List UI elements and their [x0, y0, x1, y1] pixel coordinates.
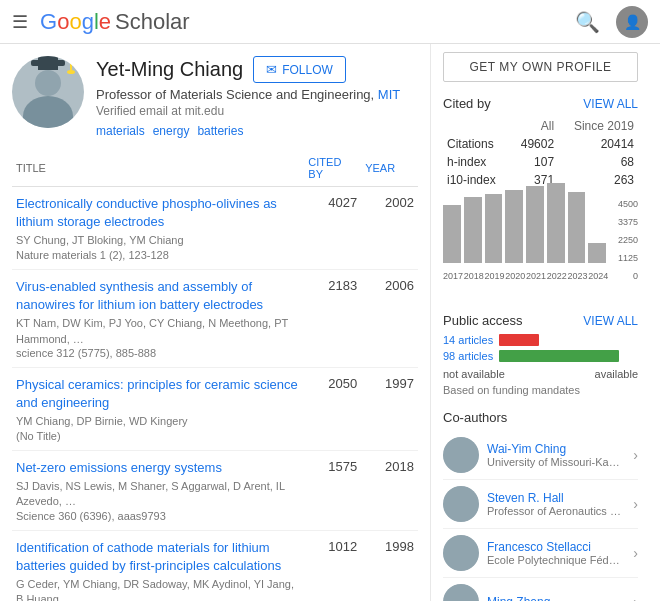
paper-cited-4[interactable]: 1012 [304, 530, 361, 601]
coauthor-affil-2: Ecole Polytechnique Fédérale de... [487, 554, 625, 566]
stats-label-1: h-index [443, 153, 510, 171]
bar-2024[interactable] [588, 243, 606, 263]
coauthor-item-2[interactable]: Francesco Stellacci Ecole Polytechnique … [443, 529, 638, 578]
main-content: Yet-Ming Chiang ✉ FOLLOW Professor of Ma… [0, 44, 660, 601]
paper-cited-0[interactable]: 4027 [304, 187, 361, 270]
table-header-row: TITLE CITED BY YEAR [12, 150, 418, 187]
paper-year-3: 2018 [361, 450, 418, 530]
bar-wrapper-2021: 2021 [526, 181, 544, 281]
paper-title-4[interactable]: Identification of cathode materials for … [16, 539, 300, 575]
coauthor-arrow-icon-3: › [633, 594, 638, 601]
stats-row: h-index 107 68 [443, 153, 638, 171]
coauthor-affil-0: University of Missouri-Kansas City [487, 456, 625, 468]
table-row: Identification of cathode materials for … [12, 530, 418, 601]
stats-all-0: 49602 [510, 135, 559, 153]
public-access-view-all[interactable]: VIEW ALL [583, 314, 638, 328]
col-title: TITLE [12, 150, 304, 187]
search-icon[interactable]: 🔍 [575, 10, 600, 34]
coauthor-avatar-3 [443, 584, 479, 601]
app-logo: Google Scholar [40, 9, 575, 35]
public-access-title: Public access [443, 313, 522, 328]
available-count[interactable]: 98 articles [443, 350, 493, 362]
y-label-0: 0 [633, 271, 638, 281]
paper-venue-2: (No Title) [16, 430, 300, 442]
cited-by-section: Cited by VIEW ALL All Since 2019 Citatio… [443, 96, 638, 299]
affiliation-link[interactable]: MIT [378, 87, 400, 102]
bar-wrapper-2024: 2024 [588, 181, 606, 281]
public-access-header: Public access VIEW ALL [443, 313, 638, 328]
not-available-count[interactable]: 14 articles [443, 334, 493, 346]
follow-label: FOLLOW [282, 63, 333, 77]
bar-wrapper-2022: 2022 [547, 181, 565, 281]
coauthor-avatar-2 [443, 535, 479, 571]
paper-title-3[interactable]: Net-zero emissions energy systems [16, 459, 300, 477]
tag-energy[interactable]: energy [153, 124, 190, 138]
coauthors-list: Wai-Yim Ching University of Missouri-Kan… [443, 431, 638, 601]
paper-authors-3: SJ Davis, NS Lewis, M Shaner, S Aggarwal… [16, 479, 300, 510]
cited-by-header: Cited by VIEW ALL [443, 96, 638, 111]
profile-info: Yet-Ming Chiang ✉ FOLLOW Professor of Ma… [96, 56, 418, 138]
available-bar [499, 350, 619, 362]
paper-cited-1[interactable]: 2183 [304, 269, 361, 367]
paper-venue-0: Nature materials 1 (2), 123-128 [16, 249, 300, 261]
user-avatar[interactable]: 👤 [616, 6, 648, 38]
paper-title-2[interactable]: Physical ceramics: principles for cerami… [16, 376, 300, 412]
tag-materials[interactable]: materials [96, 124, 145, 138]
paper-venue-1: science 312 (5775), 885-888 [16, 347, 300, 359]
menu-icon[interactable]: ☰ [12, 11, 28, 33]
tassel-icon [70, 58, 72, 74]
paper-cited-3[interactable]: 1575 [304, 450, 361, 530]
paper-title-0[interactable]: Electronically conductive phospho-olivin… [16, 195, 300, 231]
profile-avatar [12, 56, 84, 128]
coauthor-arrow-icon-2: › [633, 545, 638, 561]
cited-by-title: Cited by [443, 96, 491, 111]
coauthor-item-1[interactable]: Steven R. Hall Professor of Aeronautics … [443, 480, 638, 529]
bar-2021[interactable] [526, 186, 544, 263]
y-label-4500: 4500 [618, 199, 638, 209]
coauthor-info-0: Wai-Yim Ching University of Missouri-Kan… [487, 442, 625, 468]
bar-2018[interactable] [464, 197, 482, 263]
col-year[interactable]: YEAR [361, 150, 418, 187]
col-cited[interactable]: CITED BY [304, 150, 361, 187]
stats-col-since: Since 2019 [558, 117, 638, 135]
bar-label-2024: 2024 [588, 271, 606, 281]
bar-label-2023: 2023 [568, 271, 586, 281]
public-access-section: Public access VIEW ALL 14 articles 98 ar… [443, 313, 638, 396]
coauthor-item-3[interactable]: Ming Zheng › [443, 578, 638, 601]
tag-batteries[interactable]: batteries [197, 124, 243, 138]
coauthor-arrow-icon-1: › [633, 496, 638, 512]
stats-col-all: All [510, 117, 559, 135]
follow-button[interactable]: ✉ FOLLOW [253, 56, 346, 83]
bar-2022[interactable] [547, 183, 565, 263]
profile-name-row: Yet-Ming Chiang ✉ FOLLOW [96, 56, 418, 83]
table-row: Physical ceramics: principles for cerami… [12, 367, 418, 450]
get-profile-button[interactable]: GET MY OWN PROFILE [443, 52, 638, 82]
coauthor-affil-1: Professor of Aeronautics and Ast... [487, 505, 625, 517]
paper-cell-0: Electronically conductive phospho-olivin… [12, 187, 304, 270]
stats-row: Citations 49602 20414 [443, 135, 638, 153]
bar-2019[interactable] [485, 194, 503, 263]
coauthors-section: Co-authors Wai-Yim Ching University of M… [443, 410, 638, 601]
not-available-bar [499, 334, 539, 346]
coauthor-avatar-1 [443, 486, 479, 522]
not-available-label: not available [443, 368, 505, 380]
access-bar-not-available: 14 articles [443, 334, 638, 346]
paper-cited-2[interactable]: 2050 [304, 367, 361, 450]
coauthor-item-0[interactable]: Wai-Yim Ching University of Missouri-Kan… [443, 431, 638, 480]
bar-wrapper-2023: 2023 [568, 181, 586, 281]
bar-2023[interactable] [568, 192, 586, 263]
paper-cell-2: Physical ceramics: principles for cerami… [12, 367, 304, 450]
paper-year-1: 2006 [361, 269, 418, 367]
coauthor-name-1: Steven R. Hall [487, 491, 625, 505]
funding-note: Based on funding mandates [443, 384, 638, 396]
paper-title-1[interactable]: Virus-enabled synthesis and assembly of … [16, 278, 300, 314]
table-row: Virus-enabled synthesis and assembly of … [12, 269, 418, 367]
bar-2017[interactable] [443, 205, 461, 263]
stats-header-row: All Since 2019 [443, 117, 638, 135]
avatar-body-icon [23, 96, 73, 128]
coauthor-info-1: Steven R. Hall Professor of Aeronautics … [487, 491, 625, 517]
bar-2020[interactable] [505, 190, 523, 263]
avatar-head-icon [35, 70, 61, 96]
paper-cell-4: Identification of cathode materials for … [12, 530, 304, 601]
cited-by-view-all[interactable]: VIEW ALL [583, 97, 638, 111]
